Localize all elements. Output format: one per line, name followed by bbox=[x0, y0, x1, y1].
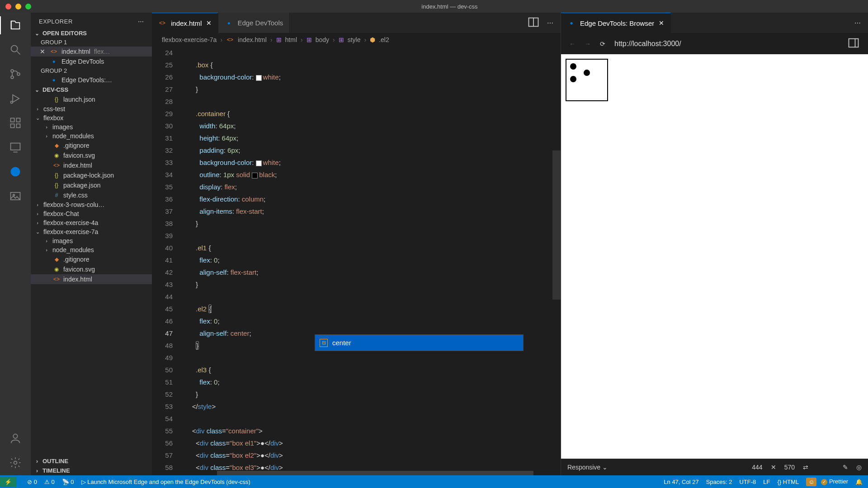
settings-icon[interactable] bbox=[8, 455, 23, 470]
code-editor[interactable]: 2425262728293031323334353637383940414243… bbox=[152, 47, 561, 475]
responsive-dropdown[interactable]: Responsive ⌄ bbox=[567, 464, 608, 471]
close-tab-icon[interactable]: ✕ bbox=[206, 19, 212, 27]
folder-flexbox-3-rows[interactable]: ›flexbox-3-rows-colu… bbox=[31, 200, 152, 209]
timeline-section[interactable]: ›TIMELINE bbox=[31, 466, 152, 475]
vision-icon[interactable]: ◎ bbox=[856, 464, 862, 471]
status-encoding[interactable]: UTF-8 bbox=[739, 479, 756, 485]
emulation-toolbar: Responsive ⌄ 444 ✕ 570 ⇄ ✎ ◎ bbox=[561, 459, 868, 475]
touch-icon[interactable]: ✎ bbox=[843, 464, 848, 471]
status-indentation[interactable]: Spaces: 2 bbox=[706, 479, 732, 485]
explorer-more-icon[interactable]: ⋯ bbox=[138, 18, 144, 25]
file-index-html[interactable]: <>index.html bbox=[31, 160, 152, 170]
chevron-right-icon: › bbox=[33, 468, 41, 474]
svg-point-3 bbox=[11, 76, 14, 79]
back-icon[interactable]: ← bbox=[569, 40, 576, 47]
extensions-icon[interactable] bbox=[8, 116, 23, 130]
open-editor-edge-devtools[interactable]: ●Edge DevTools bbox=[31, 56, 152, 66]
json-file-icon: {} bbox=[52, 171, 61, 179]
editor-group-2: GROUP 2 bbox=[31, 66, 152, 75]
forward-icon[interactable]: → bbox=[585, 40, 591, 47]
suggest-enum-icon: ⊟ bbox=[320, 339, 328, 347]
open-editor-index-html[interactable]: ✕<>index.htmlflex… bbox=[31, 47, 152, 56]
open-editors-section[interactable]: ⌄OPEN EDITORS bbox=[31, 28, 152, 38]
code-content[interactable]: .box { background-color: white; } .conta… bbox=[184, 47, 561, 475]
viewport-width[interactable]: 444 bbox=[752, 464, 762, 471]
tab-edge-browser[interactable]: ●Edge DevTools: Browser✕ bbox=[561, 13, 671, 33]
html-file-icon: <> bbox=[50, 47, 58, 56]
devtools-toggle-icon[interactable] bbox=[847, 37, 860, 51]
open-editor-edge-browser[interactable]: ●Edge DevTools:… bbox=[31, 75, 152, 85]
close-icon[interactable]: ✕ bbox=[40, 48, 46, 55]
url-bar[interactable]: http://localhost:3000/ bbox=[614, 40, 838, 48]
folder-flexbox-7a[interactable]: ⌄flexbox-exercise-7a bbox=[31, 227, 152, 236]
svg-point-17 bbox=[14, 461, 17, 465]
chevron-right-icon: › bbox=[34, 106, 41, 112]
maximize-window-icon[interactable] bbox=[25, 4, 31, 9]
status-notifications-icon[interactable]: 🔔 bbox=[855, 479, 863, 485]
split-editor-icon[interactable] bbox=[527, 16, 540, 30]
file-package-lock[interactable]: {}package-lock.json bbox=[31, 170, 152, 180]
title-bar: index.html — dev-css bbox=[0, 0, 868, 13]
tab-index-html[interactable]: <>index.html✕ bbox=[152, 13, 218, 33]
folder-node-modules-2[interactable]: ›node_modules bbox=[31, 245, 152, 254]
status-feedback-icon[interactable]: ☺ bbox=[806, 478, 816, 486]
status-language[interactable]: {} HTML bbox=[778, 479, 799, 485]
status-warnings[interactable]: ⚠ 0 bbox=[44, 479, 55, 485]
close-tab-icon[interactable]: ✕ bbox=[659, 19, 664, 27]
svg-point-6 bbox=[11, 101, 13, 103]
status-prettier[interactable]: ✓ Prettier bbox=[824, 478, 848, 485]
remote-indicator[interactable]: ⚡ bbox=[0, 477, 16, 487]
minimize-window-icon[interactable] bbox=[15, 4, 21, 9]
json-file-icon: {} bbox=[52, 95, 61, 103]
html-file-icon: <> bbox=[52, 161, 61, 169]
file-package-json[interactable]: {}package.json bbox=[31, 180, 152, 190]
folder-images-2[interactable]: ›images bbox=[31, 236, 152, 245]
outline-section[interactable]: ›OUTLINE bbox=[31, 456, 152, 466]
minimap[interactable] bbox=[552, 47, 561, 475]
status-eol[interactable]: LF bbox=[763, 479, 770, 485]
edge-tools-icon[interactable] bbox=[8, 164, 23, 179]
accounts-icon[interactable] bbox=[8, 431, 23, 446]
breadcrumb[interactable]: flexbox-exercise-7a› <>index.html› ⊞html… bbox=[152, 33, 561, 47]
html-file-icon: <> bbox=[158, 19, 166, 27]
file-gitignore[interactable]: ◆.gitignore bbox=[31, 141, 152, 150]
viewport-height[interactable]: 570 bbox=[784, 464, 795, 471]
file-gitignore-2[interactable]: ◆.gitignore bbox=[31, 254, 152, 264]
file-launch-json[interactable]: {}launch.json bbox=[31, 94, 152, 104]
swap-dimensions-icon[interactable]: ✕ bbox=[771, 464, 776, 471]
run-debug-icon[interactable] bbox=[8, 91, 23, 106]
source-control-icon[interactable] bbox=[8, 67, 23, 81]
folder-flexbox-chat[interactable]: ›flexbox-Chat bbox=[31, 209, 152, 218]
screencast-icon[interactable] bbox=[8, 140, 23, 155]
explorer-icon[interactable] bbox=[8, 18, 23, 33]
close-window-icon[interactable] bbox=[5, 4, 11, 9]
browser-viewport[interactable] bbox=[561, 54, 868, 459]
file-index-html-2[interactable]: <>index.html bbox=[31, 274, 152, 284]
more-actions-icon[interactable]: ⋯ bbox=[854, 19, 861, 27]
folder-css-test[interactable]: ›css-test bbox=[31, 104, 152, 113]
reload-icon[interactable]: ⟳ bbox=[600, 40, 605, 47]
horizontal-scrollbar[interactable] bbox=[217, 471, 533, 475]
file-favicon-2[interactable]: ◉favicon.svg bbox=[31, 264, 152, 274]
editor-group-left: <>index.html✕ ●Edge DevTools ⋯ flexbox-e… bbox=[152, 13, 561, 475]
suggest-widget[interactable]: ⊟center bbox=[315, 334, 524, 351]
file-favicon[interactable]: ◉favicon.svg bbox=[31, 150, 152, 160]
folder-images[interactable]: ›images bbox=[31, 122, 152, 131]
folder-node-modules[interactable]: ›node_modules bbox=[31, 131, 152, 141]
more-actions-icon[interactable]: ⋯ bbox=[547, 19, 553, 27]
workspace-section[interactable]: ⌄DEV-CSS bbox=[31, 85, 152, 94]
status-cursor-position[interactable]: Ln 47, Col 27 bbox=[664, 479, 698, 485]
svg-file-icon: ◉ bbox=[52, 151, 61, 160]
search-icon[interactable] bbox=[8, 42, 23, 57]
folder-flexbox[interactable]: ⌄flexbox bbox=[31, 113, 152, 122]
minimap-slider[interactable] bbox=[552, 150, 561, 300]
symbol-class-icon: ⬢ bbox=[370, 36, 375, 43]
status-launch-task[interactable]: ▷ Launch Microsoft Edge and open the Edg… bbox=[81, 479, 250, 485]
file-style-css[interactable]: #style.css bbox=[31, 190, 152, 200]
status-errors[interactable]: ⊘ 0 bbox=[27, 479, 37, 485]
images-panel-icon[interactable] bbox=[8, 189, 23, 203]
folder-flexbox-4a[interactable]: ›flexbox-exercise-4a bbox=[31, 218, 152, 227]
rotate-icon[interactable]: ⇄ bbox=[803, 464, 808, 471]
tab-edge-devtools[interactable]: ●Edge DevTools bbox=[218, 13, 290, 33]
status-ports[interactable]: 📡 0 bbox=[62, 479, 74, 485]
